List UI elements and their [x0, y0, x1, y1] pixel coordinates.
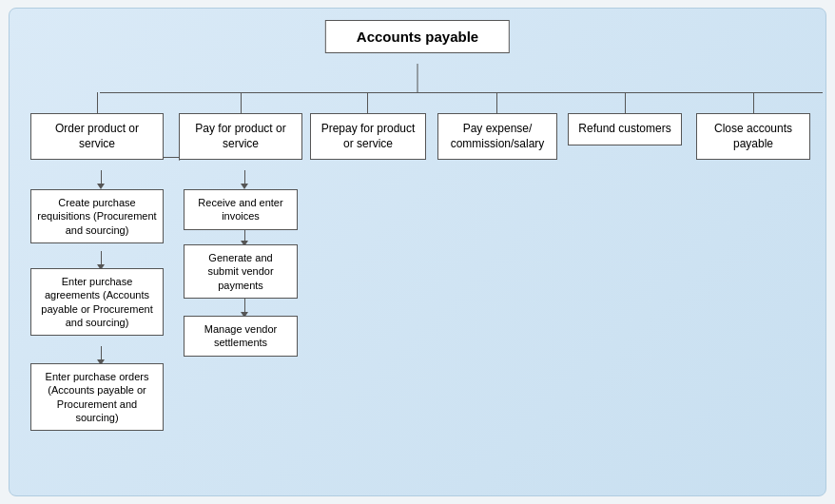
root-line [418, 64, 418, 92]
node-expense: Pay expense/commission/salary [437, 113, 557, 160]
node-pay: Pay for product orservice [179, 113, 302, 160]
child-pay-2: Generate andsubmit vendorpayments [184, 244, 298, 299]
arrow-order-down1 [97, 170, 105, 189]
child-order-2: Enter purchaseagreements (Accountspayabl… [30, 268, 164, 336]
child-pay-1: Receive and enterinvoices [184, 189, 298, 230]
node-prepay: Prepay for productor service [310, 113, 426, 160]
child-order-1: Create purchaserequisitions (Procurement… [30, 189, 164, 243]
arrow-pay-down3 [241, 299, 248, 318]
arrow-pay-down2 [241, 227, 248, 246]
node-refund: Refund customers [568, 113, 682, 145]
node-order: Order product orservice [30, 113, 164, 160]
root-label: Accounts payable [357, 29, 478, 45]
arrow-order-down3 [97, 346, 105, 365]
v-line-pay [241, 92, 242, 113]
v-line-prepay [367, 92, 368, 113]
arrow-order-down2 [97, 251, 105, 270]
arrow-pay-down1 [241, 170, 248, 189]
node-close: Close accountspayable [696, 113, 810, 160]
child-pay-3: Manage vendorsettlements [184, 316, 298, 357]
v-line-close [753, 92, 754, 113]
v-line-order [97, 92, 98, 113]
child-order-3: Enter purchase orders(Accounts payable o… [30, 363, 164, 431]
v-line-refund [625, 92, 626, 113]
diagram-container: Accounts payable Order product orservice… [9, 8, 826, 496]
v-line-expense [496, 92, 497, 113]
root-node: Accounts payable [325, 20, 510, 53]
top-h-line [100, 92, 823, 93]
